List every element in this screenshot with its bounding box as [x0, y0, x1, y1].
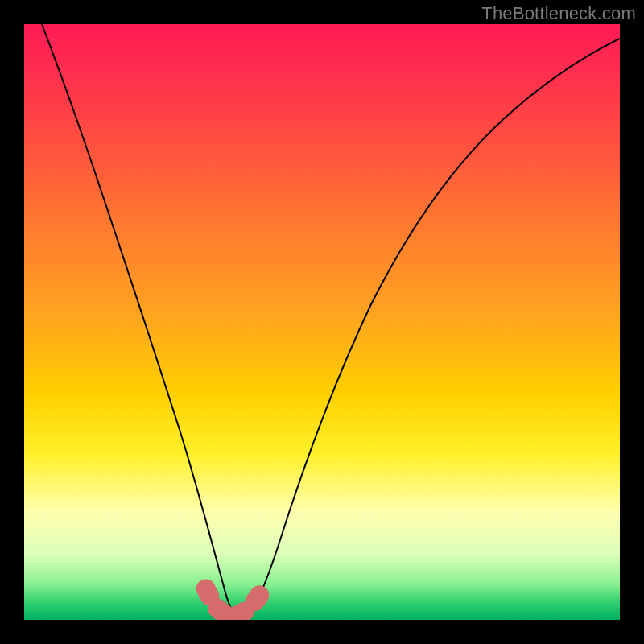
curve-layer [24, 24, 620, 620]
marker-stroke [206, 584, 266, 617]
plot-area [24, 24, 620, 620]
chart-frame: TheBottleneck.com [0, 0, 644, 644]
watermark-text: TheBottleneck.com [481, 3, 636, 24]
bottleneck-curve-path [42, 24, 620, 619]
marker-segment [206, 584, 266, 617]
